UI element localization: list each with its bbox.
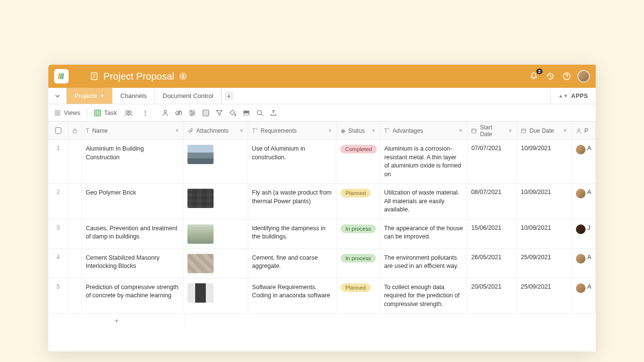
fill-color-icon[interactable] (228, 108, 238, 118)
cell-name[interactable]: Causes, Prevention and treatment of damp… (82, 220, 184, 249)
cell-status[interactable]: Completed (336, 140, 380, 183)
export-icon[interactable] (269, 108, 278, 118)
cell-attachment[interactable] (184, 220, 248, 249)
people-icon[interactable] (160, 108, 170, 118)
cell-requirements[interactable]: Cement, fine and coarse aggregate. (248, 249, 337, 278)
task-view-button[interactable]: Task (94, 109, 117, 116)
add-row-button[interactable]: + (48, 314, 186, 328)
views-label: Views (64, 109, 80, 116)
select-all-checkbox[interactable] (55, 127, 61, 134)
person-avatar (576, 254, 586, 264)
column-label: Advantages (393, 127, 423, 134)
cell-attachment[interactable] (184, 249, 248, 278)
cell-status[interactable]: In process (337, 249, 380, 278)
cell-requirements[interactable]: Identifying the dampness in the building… (248, 220, 337, 249)
share-users-icon[interactable] (124, 108, 133, 118)
table-row[interactable]: 2 Geo Polymer Brick Fly ash (a waste pro… (48, 184, 596, 220)
column-header-name[interactable]: T Name ▼ (82, 122, 184, 139)
table-row[interactable]: 5 Prediction of compressive strength of … (48, 278, 596, 314)
column-header-attachments[interactable]: Attachments ▼ (184, 122, 248, 139)
person-initial: A (587, 283, 591, 290)
column-label: P (585, 127, 588, 134)
apps-button[interactable]: ▲▼ APPS (550, 88, 596, 104)
person-initial: A (587, 145, 591, 152)
cell-due-date[interactable]: 10/09/2021 (517, 140, 572, 183)
text-icon: T (86, 127, 89, 134)
help-icon[interactable] (561, 70, 572, 82)
cell-start-date[interactable]: 20/05/2021 (467, 278, 517, 314)
grid-icon (94, 110, 101, 116)
cell-start-date[interactable]: 07/07/2021 (468, 140, 517, 183)
menu-icon[interactable] (73, 70, 85, 82)
cell-name[interactable]: Prediction of compressive strength of co… (82, 278, 184, 314)
cell-due-date[interactable]: 25/09/2021 (517, 278, 572, 314)
cell-person[interactable]: A (572, 249, 596, 278)
cell-start-date[interactable]: 26/05/2021 (467, 249, 517, 278)
cell-person[interactable]: A (572, 140, 596, 183)
tab-projects[interactable]: Projects ▼ (67, 88, 113, 104)
column-header-requirements[interactable]: TT Requirements ▼ (248, 122, 337, 139)
cell-status[interactable]: In process (337, 220, 380, 249)
cell-name[interactable]: Geo Polymer Brick (82, 184, 184, 219)
card-icon[interactable] (242, 108, 251, 118)
column-header-due-date[interactable]: Due Date ▼ (517, 122, 572, 139)
titlebar: Project Proposal i 2 (48, 65, 596, 88)
cell-due-date[interactable]: 10/09/2021 (517, 184, 572, 219)
cell-start-date[interactable]: 15/06/2021 (467, 220, 517, 249)
cell-advantages[interactable]: Utilization of waste material. All mater… (380, 184, 467, 219)
cell-start-date[interactable]: 08/07/2021 (467, 184, 517, 219)
cell-attachment[interactable] (184, 140, 248, 183)
settings-sliders-icon[interactable] (187, 108, 197, 118)
tab-label: Document Control (163, 92, 214, 99)
column-header-status[interactable]: ◉ Status ▼ (337, 122, 380, 139)
cell-advantages[interactable]: To collect enough data required for the … (380, 278, 467, 314)
column-header-start-date[interactable]: Start Date ▼ (467, 122, 517, 139)
row-lock-cell (69, 220, 82, 249)
cell-attachment[interactable] (184, 278, 248, 314)
cell-person[interactable]: A (572, 184, 596, 219)
cell-due-date[interactable]: 10/09/2021 (517, 220, 572, 249)
user-avatar[interactable] (577, 70, 590, 83)
cell-advantages[interactable]: The environment pollutants are used in a… (380, 249, 467, 278)
attachment-thumbnail (187, 254, 214, 273)
cell-requirements[interactable]: Fly ash (a waste product from thermal Po… (248, 184, 337, 219)
table-row[interactable]: 3 Causes, Prevention and treatment of da… (48, 220, 596, 249)
cell-advantages[interactable]: The appearance of the house can be impro… (380, 220, 467, 249)
cell-status[interactable]: Planned (337, 278, 380, 314)
chevron-down-icon: ▼ (175, 128, 180, 133)
tab-channels[interactable]: Channels (113, 88, 155, 104)
svg-point-29 (258, 110, 262, 114)
column-header-person[interactable]: P (572, 122, 596, 139)
history-icon[interactable] (544, 70, 556, 82)
cell-requirements[interactable]: Software Requirements. Coding in anacond… (248, 278, 337, 314)
cell-attachment[interactable] (184, 184, 248, 219)
app-logo[interactable] (54, 69, 69, 84)
visibility-icon[interactable] (174, 108, 184, 118)
cell-advantages[interactable]: Aluminium is a corrosion-resistant metal… (380, 140, 467, 183)
tab-document-control[interactable]: Document Control (155, 88, 222, 104)
notifications-button[interactable]: 2 (528, 70, 540, 82)
svg-rect-8 (95, 110, 100, 116)
table-row[interactable]: 1 Aluminium In Building Construction Use… (48, 140, 596, 184)
cell-person[interactable]: A (572, 278, 596, 314)
cell-status[interactable]: Planned (337, 184, 380, 219)
cell-name[interactable]: Cement Stabilized Masonry Interlocking B… (82, 249, 184, 278)
person-initial: A (587, 254, 591, 261)
more-icon[interactable]: ⋮ (140, 108, 150, 118)
tabs-collapse-button[interactable] (48, 88, 67, 104)
filter-icon[interactable] (215, 108, 224, 118)
info-icon[interactable]: i (179, 72, 187, 80)
cell-name[interactable]: Aluminium In Building Construction (82, 140, 184, 183)
search-icon[interactable] (255, 108, 265, 118)
cell-requirements[interactable]: Use of Aluminium in construction. (248, 140, 336, 183)
views-button[interactable]: Views (54, 109, 80, 116)
table-row[interactable]: 4 Cement Stabilized Masonry Interlocking… (48, 249, 596, 278)
cell-due-date[interactable]: 25/09/2021 (517, 249, 572, 278)
column-header-advantages[interactable]: TT Advantages ▼ (380, 122, 467, 139)
cell-person[interactable]: J (572, 220, 596, 249)
tab-label: Projects (74, 92, 97, 99)
person-avatar (576, 224, 586, 234)
add-tab-button[interactable]: + (225, 92, 233, 100)
svg-rect-24 (203, 110, 209, 116)
row-height-icon[interactable] (201, 108, 211, 118)
